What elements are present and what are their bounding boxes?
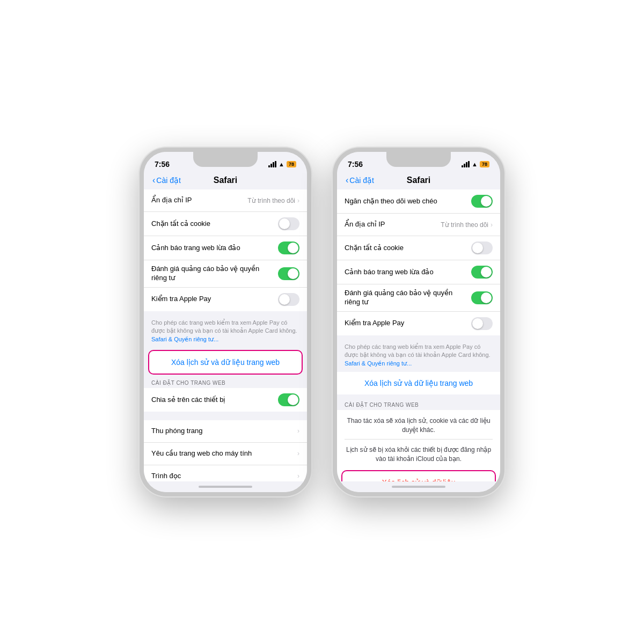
section-header-1: CÀI ĐẶT CHO TRANG WEB	[144, 377, 307, 388]
description-text: Cho phép các trang web kiểm tra xem Appl…	[151, 319, 297, 334]
cross-tracking-toggle[interactable]	[471, 195, 493, 208]
home-indicator-1	[144, 481, 307, 492]
apple-pay-setting-2[interactable]: Kiểm tra Apple Pay	[337, 312, 500, 335]
back-label-1: Cài đặt	[156, 176, 181, 185]
ad-privacy-label: Đánh giá quảng cáo bảo vệ quyềnriêng tư	[151, 265, 262, 283]
dialog-container: Thao tác xóa sẽ xóa lịch sử, cookie và c…	[337, 410, 500, 481]
confirm-clear-button[interactable]: Xóa lịch sử và dữ liệu	[341, 470, 496, 481]
ip-setting-2[interactable]: Ẩn địa chỉ IP Từ trình theo dõi ›	[337, 214, 500, 236]
toggle-thumb	[279, 218, 290, 229]
ad-privacy-setting-2[interactable]: Đánh giá quảng cáo bảo vệ quyềnriêng tư	[337, 284, 500, 312]
content-1: Ẩn địa chỉ IP Từ trình theo dõi › Chặn t…	[144, 189, 307, 481]
toggle-thumb	[288, 268, 298, 279]
status-icons-1: ▲ 78	[268, 161, 296, 167]
ad-privacy-toggle-2[interactable]	[471, 291, 493, 304]
block-cookies-label: Chặn tất cả cookie	[151, 219, 278, 229]
reader-label: Trình đọc	[151, 472, 297, 481]
battery-2: 78	[480, 161, 489, 167]
share-devices-setting[interactable]: Chia sẻ trên các thiết bị	[144, 388, 307, 412]
ad-privacy-setting[interactable]: Đánh giá quảng cáo bảo vệ quyềnriêng tư	[144, 260, 307, 288]
zoom-label: Thu phóng trang	[151, 427, 297, 436]
fraud-warning-toggle[interactable]	[278, 241, 299, 254]
clear-history-button-2[interactable]: Xóa lịch sử và dữ liệu trang web	[337, 372, 500, 394]
fraud-warning-label-2: Cảnh báo trang web lừa đảo	[345, 268, 471, 277]
block-cookies-toggle[interactable]	[278, 217, 299, 230]
desktop-request-setting[interactable]: Yêu cầu trang web cho máy tính ›	[144, 443, 307, 465]
status-time-2: 7:56	[348, 160, 363, 169]
clear-history-text-2: Xóa lịch sử và dữ liệu trang web	[364, 379, 473, 387]
wifi-icon-2: ▲	[472, 161, 478, 167]
toggle-thumb	[472, 318, 483, 329]
fraud-warning-toggle-2[interactable]	[471, 266, 493, 279]
content-2: Ngăn chặn theo dõi web chéo Ẩn địa chỉ I…	[337, 189, 500, 481]
clear-history-group: Xóa lịch sử và dữ liệu trang web	[337, 372, 500, 394]
desktop-request-label: Yêu cầu trang web cho máy tính	[151, 449, 297, 458]
apple-pay-toggle-2[interactable]	[471, 317, 493, 330]
battery-1: 78	[287, 161, 296, 167]
nav-back-1[interactable]: ‹ Cài đặt	[152, 175, 181, 185]
block-cookies-toggle-2[interactable]	[471, 241, 493, 254]
website-settings-group: Chia sẻ trên các thiết bị	[144, 388, 307, 412]
toggle-thumb	[288, 394, 298, 405]
apple-pay-description-2: Cho phép các trang web kiểm tra xem Appl…	[337, 340, 500, 372]
wifi-icon-1: ▲	[279, 161, 284, 167]
phone1: 7:56 ▲ 78 ‹ Cài đặt	[140, 148, 311, 496]
toggle-thumb	[481, 267, 492, 277]
back-arrow-1: ‹	[152, 175, 155, 185]
description-link-2[interactable]: Safari & Quyền riêng tư...	[345, 360, 412, 367]
description-link[interactable]: Safari & Quyền riêng tư...	[151, 336, 218, 342]
zoom-setting[interactable]: Thu phóng trang ›	[144, 420, 307, 443]
toggle-thumb	[481, 196, 492, 207]
status-time-1: 7:56	[155, 160, 170, 169]
block-cookies-setting-2[interactable]: Chặn tất cả cookie	[337, 236, 500, 260]
toggle-thumb	[481, 292, 492, 303]
block-cookies-label-2: Chặn tất cả cookie	[345, 244, 471, 253]
phone1-wrapper: 7:56 ▲ 78 ‹ Cài đặt	[140, 148, 311, 496]
back-label-2: Cài đặt	[349, 176, 374, 185]
status-icons-2: ▲ 78	[462, 161, 489, 167]
ip-setting[interactable]: Ẩn địa chỉ IP Từ trình theo dõi ›	[144, 189, 307, 212]
reader-setting[interactable]: Trình đọc ›	[144, 465, 307, 481]
description-text-2: Cho phép các trang web kiểm tra xem Appl…	[345, 343, 491, 358]
desktop-request-chevron: ›	[297, 450, 299, 457]
home-bar-1	[199, 486, 252, 488]
settings-group-2: Ngăn chặn theo dõi web chéo Ẩn địa chỉ I…	[337, 189, 500, 335]
share-devices-label: Chia sẻ trên các thiết bị	[151, 396, 278, 405]
settings-group-1: Ẩn địa chỉ IP Từ trình theo dõi › Chặn t…	[144, 189, 307, 311]
home-bar-2	[392, 486, 445, 488]
nav-back-2[interactable]: ‹ Cài đặt	[346, 175, 374, 185]
apple-pay-description: Cho phép các trang web kiểm tra xem Appl…	[144, 316, 307, 348]
nav-title-2: Safari	[407, 175, 430, 185]
reader-chevron: ›	[297, 472, 299, 480]
cross-tracking-label: Ngăn chặn theo dõi web chéo	[345, 197, 471, 206]
ad-privacy-label-2: Đánh giá quảng cáo bảo vệ quyềnriêng tư	[345, 289, 456, 307]
apple-pay-toggle[interactable]	[278, 293, 299, 306]
phone2-wrapper: 7:56 ▲ 78 ‹ Cài đặt	[333, 148, 504, 496]
fraud-warning-setting-2[interactable]: Cảnh báo trang web lừa đảo	[337, 260, 500, 284]
nav-bar-2: ‹ Cài đặt Safari	[337, 173, 500, 189]
home-indicator-2	[337, 481, 500, 492]
section-header-2: CÀI ĐẶT CHO TRANG WEB	[337, 399, 500, 410]
apple-pay-setting[interactable]: Kiểm tra Apple Pay	[144, 288, 307, 311]
block-cookies-setting[interactable]: Chặn tất cả cookie	[144, 212, 307, 236]
clear-history-button-highlighted[interactable]: Xóa lịch sử và dữ liệu trang web	[148, 350, 303, 375]
toggle-thumb	[472, 243, 483, 253]
zoom-chevron: ›	[297, 427, 299, 435]
ip-label-2: Ẩn địa chỉ IP	[345, 220, 441, 229]
ip-value-2: Từ trình theo dõi	[441, 221, 488, 229]
fraud-warning-setting[interactable]: Cảnh báo trang web lừa đảo	[144, 236, 307, 260]
cross-tracking-setting[interactable]: Ngăn chặn theo dõi web chéo	[337, 189, 500, 214]
share-devices-toggle[interactable]	[278, 393, 299, 406]
back-arrow-2: ‹	[346, 175, 348, 185]
fraud-warning-label: Cảnh báo trang web lừa đảo	[151, 244, 278, 253]
spacer	[144, 416, 307, 420]
phone2-screen: 7:56 ▲ 78 ‹ Cài đặt	[337, 152, 500, 492]
phone1-screen: 7:56 ▲ 78 ‹ Cài đặt	[144, 152, 307, 492]
status-bar-1: 7:56 ▲ 78	[144, 152, 307, 173]
phone2: 7:56 ▲ 78 ‹ Cài đặt	[333, 148, 504, 496]
nav-title-1: Safari	[214, 175, 237, 185]
ip-value: Từ trình theo dõi	[247, 197, 295, 204]
dialog-text1: Thao tác xóa sẽ xóa lịch sử, cookie và c…	[337, 410, 500, 439]
ad-privacy-toggle[interactable]	[278, 267, 299, 280]
apple-pay-label: Kiểm tra Apple Pay	[151, 295, 278, 304]
